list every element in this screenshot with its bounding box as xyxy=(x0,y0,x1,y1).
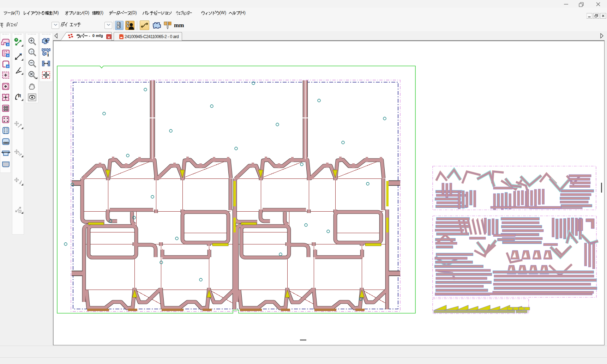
svg-text:(M): (M) xyxy=(53,10,59,15)
svg-text:(I): (I) xyxy=(100,10,103,15)
svg-text:(W): (W) xyxy=(220,10,226,15)
svg-text:i: i xyxy=(47,51,49,57)
svg-text:(T): (T) xyxy=(14,10,20,15)
svg-text:-: - xyxy=(89,34,90,38)
svg-text:(O): (O) xyxy=(83,10,89,15)
svg-text:mfg: mfg xyxy=(96,34,103,38)
svg-text:0: 0 xyxy=(92,34,95,38)
svg-text:3: 3 xyxy=(18,152,20,156)
svg-text:(D): (D) xyxy=(131,10,137,15)
svg-text:R: R xyxy=(18,93,21,98)
svg-text:(H): (H) xyxy=(240,10,246,15)
